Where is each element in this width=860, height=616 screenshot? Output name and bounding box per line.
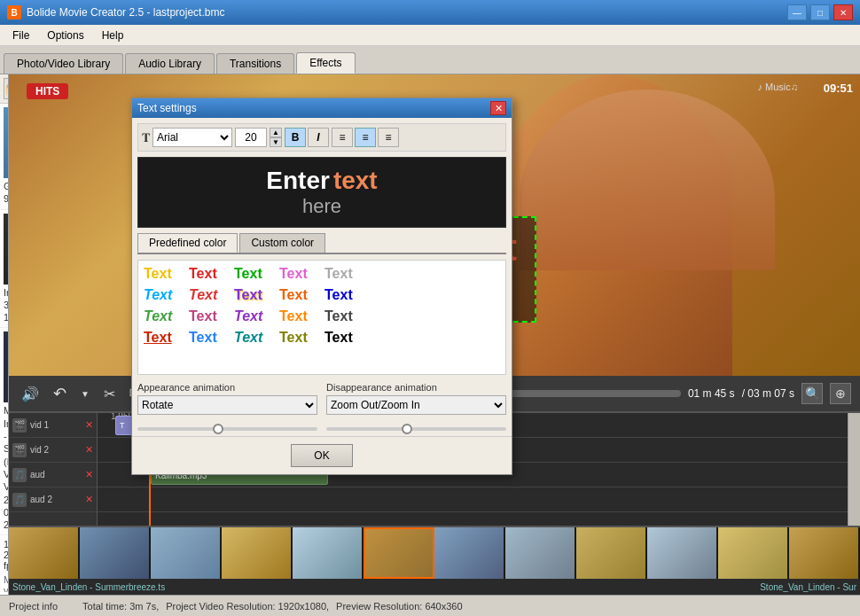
track-icon-3: 🎵 xyxy=(12,493,27,507)
disappearance-group: Disappearance animation Zoom Out/Zoom In xyxy=(326,382,506,431)
right-scrollbar[interactable] xyxy=(848,413,860,526)
appearance-group: Appearance animation Rotate xyxy=(137,382,317,431)
track-close-1[interactable]: ✕ xyxy=(85,444,93,456)
minimize-btn[interactable]: — xyxy=(787,4,807,20)
swatch-0[interactable]: Text xyxy=(144,266,184,282)
align-btns: ≡ ≡ ≡ xyxy=(332,128,399,147)
tab-photo-video-library[interactable]: Photo/Video Library xyxy=(4,53,123,74)
bold-btn[interactable]: B xyxy=(285,128,306,147)
spin-down[interactable]: ▼ xyxy=(270,137,282,147)
swatch-15[interactable]: Text xyxy=(144,330,184,346)
swatch-19[interactable]: Text xyxy=(324,330,364,346)
tab-bar: Photo/Video Library Audio Library Transi… xyxy=(0,46,860,74)
appearance-select[interactable]: Rotate xyxy=(137,395,317,415)
spin-up[interactable]: ▲ xyxy=(270,128,282,137)
zoom-out-btn[interactable]: 🔍 xyxy=(801,383,823,404)
track-label-1: 🎬 vid 2 ✕ xyxy=(9,438,97,463)
swatch-7[interactable]: Text xyxy=(234,287,274,303)
film-frame-5[interactable] xyxy=(364,527,434,579)
film-frame-10[interactable] xyxy=(718,527,789,579)
media-list: GOPR GOPR0060.MP4 9.759s Invaders Must D… xyxy=(0,104,8,592)
disappearance-slider[interactable] xyxy=(326,427,506,431)
zoom-in-btn[interactable]: ⊕ xyxy=(830,383,851,404)
disappearance-slider-handle[interactable] xyxy=(402,424,412,434)
left-panel-toolbar: 📁 ✕ ▼ ↓ xyxy=(0,74,8,104)
track-close-0[interactable]: ✕ xyxy=(85,419,93,431)
align-left-btn[interactable]: ≡ xyxy=(332,128,353,147)
film-frame-2[interactable] xyxy=(151,527,222,579)
close-btn[interactable]: ✕ xyxy=(833,4,853,20)
preview-logo: ♪ Music♫ xyxy=(757,82,798,92)
appearance-slider[interactable] xyxy=(137,427,317,431)
swatch-1[interactable]: Text xyxy=(189,266,229,282)
swatch-5[interactable]: Text xyxy=(144,287,184,303)
title-bar: B Bolide Movie Creator 2.5 - lastproject… xyxy=(0,0,860,25)
film-frame-4[interactable] xyxy=(293,527,364,579)
volume-btn[interactable]: 🔊 xyxy=(18,384,43,404)
dialog-close-btn[interactable]: ✕ xyxy=(490,101,506,115)
disappearance-label: Disappearance animation xyxy=(326,382,506,393)
swatch-row-0: Text Text Text Text Text xyxy=(144,266,500,282)
anim-section: Appearance animation Rotate Disappearanc… xyxy=(137,382,506,431)
film-frame-11[interactable] xyxy=(789,527,860,579)
track-icon-1: 🎬 xyxy=(12,443,27,457)
film-frame-0[interactable] xyxy=(9,527,80,579)
swatch-13[interactable]: Text xyxy=(279,308,319,324)
format-btns: B I xyxy=(285,128,329,147)
swatch-2[interactable]: Text xyxy=(234,266,274,282)
predefined-color-tab[interactable]: Predefined color xyxy=(137,233,238,253)
film-frame-1[interactable] xyxy=(80,527,151,579)
font-size-input[interactable] xyxy=(235,128,267,147)
appearance-label: Appearance animation xyxy=(137,382,317,393)
swatch-10[interactable]: Text xyxy=(144,308,184,324)
current-time: 01 m 45 s xyxy=(688,387,735,400)
film-frame-6[interactable] xyxy=(434,527,505,579)
ok-btn[interactable]: OK xyxy=(291,444,353,467)
film-frame-7[interactable] xyxy=(505,527,576,579)
swatch-8[interactable]: Text xyxy=(279,287,319,303)
text-settings-dialog: Text settings ✕ 𝐓 Arial ▲ ▼ B I xyxy=(131,97,512,475)
font-select[interactable]: Arial xyxy=(152,128,232,147)
disappearance-select[interactable]: Zoom Out/Zoom In xyxy=(326,395,506,415)
undo-dropdown[interactable]: ▼ xyxy=(77,387,93,401)
media-label-2: Milk Inc. - Shadow (Li... Villa Vanhilt … xyxy=(4,404,4,531)
tab-effects[interactable]: Effects xyxy=(296,52,355,74)
swatch-12[interactable]: Text xyxy=(234,308,274,324)
title-bar-left: B Bolide Movie Creator 2.5 - lastproject… xyxy=(7,5,224,19)
undo-btn[interactable]: ↶ xyxy=(50,382,70,405)
custom-color-tab[interactable]: Custom color xyxy=(239,233,325,253)
swatch-6[interactable]: Text xyxy=(189,287,229,303)
menu-file[interactable]: File xyxy=(4,27,38,43)
menu-options[interactable]: Options xyxy=(38,27,92,43)
status-preview-resolution: Preview Resolution: 640x360 xyxy=(336,601,462,612)
tab-transitions[interactable]: Transitions xyxy=(216,53,294,74)
swatch-9[interactable]: Text xyxy=(324,287,364,303)
track-close-2[interactable]: ✕ xyxy=(85,469,93,480)
swatch-3[interactable]: Text xyxy=(279,266,319,282)
cut-btn[interactable]: ✂ xyxy=(100,384,119,404)
swatch-14[interactable]: Text xyxy=(324,308,364,324)
swatch-17[interactable]: Text xyxy=(234,330,274,346)
menu-help[interactable]: Help xyxy=(93,27,133,43)
appearance-slider-handle[interactable] xyxy=(213,424,223,434)
align-center-btn[interactable]: ≡ xyxy=(355,128,376,147)
timeline-tracks: 🎬 vid 1 ✕ 🎬 vid 2 ✕ 🎵 aud ✕ xyxy=(9,413,98,526)
swatch-18[interactable]: Text xyxy=(279,330,319,346)
track-close-3[interactable]: ✕ xyxy=(85,494,93,505)
film-frame-8[interactable] xyxy=(576,527,647,579)
film-frame-3[interactable] xyxy=(222,527,293,579)
media-item-1[interactable]: Invaders Must Die Invaders_Must_Die_(1..… xyxy=(0,210,8,329)
maximize-btn[interactable]: □ xyxy=(810,4,830,20)
align-right-btn[interactable]: ≡ xyxy=(378,128,399,147)
swatch-11[interactable]: Text xyxy=(189,308,229,324)
swatch-16[interactable]: Text xyxy=(189,330,229,346)
track-label-3: 🎵 aud 2 ✕ xyxy=(9,487,97,512)
media-item-2[interactable]: MILK INC Milk Inc. - Shadow (Li... Villa… xyxy=(0,328,8,535)
track-label-2: 🎵 aud ✕ xyxy=(9,463,97,487)
tab-audio-library[interactable]: Audio Library xyxy=(125,53,215,74)
swatch-4[interactable]: Text xyxy=(324,266,364,282)
film-frame-9[interactable] xyxy=(647,527,718,579)
window-controls: — □ ✕ xyxy=(787,4,853,20)
italic-btn[interactable]: I xyxy=(308,128,329,147)
media-item-0[interactable]: GOPR GOPR0060.MP4 9.759s xyxy=(0,104,8,210)
